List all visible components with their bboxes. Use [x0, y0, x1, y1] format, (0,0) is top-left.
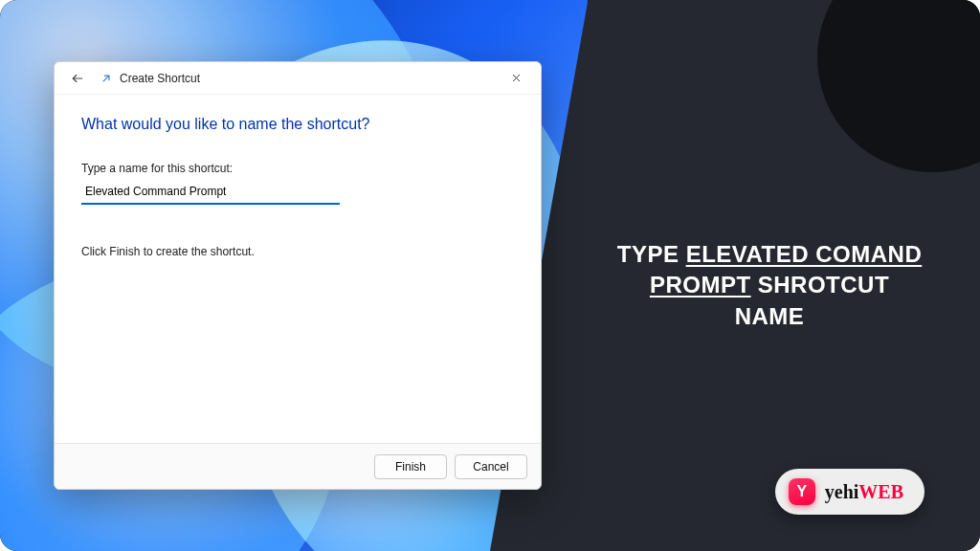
- stage: TYPE ELEVATED COMAND PROMPT SHROTCUT NAM…: [0, 0, 980, 551]
- shortcut-icon: [99, 71, 114, 86]
- back-button[interactable]: [66, 67, 89, 90]
- headline-underline: PROMPT: [650, 272, 751, 298]
- dialog-instruction: What would you like to name the shortcut…: [81, 116, 514, 133]
- name-field-label: Type a name for this shortcut:: [81, 162, 514, 175]
- dialog-titlebar: Create Shortcut: [55, 62, 541, 95]
- brand-logo-icon: Y: [789, 478, 815, 505]
- brand-name-b: WEB: [858, 481, 903, 502]
- headline-part: NAME: [597, 301, 942, 332]
- arrow-left-icon: [71, 72, 84, 85]
- brand-name-a: yehi: [825, 481, 859, 502]
- headline-underline: ELEVATED COMAND: [686, 241, 923, 267]
- dialog-title: Create Shortcut: [120, 72, 200, 85]
- headline-part: TYPE: [617, 241, 686, 267]
- dialog-body: What would you like to name the shortcut…: [55, 95, 541, 443]
- brand-badge-pill: Y yehiWEB: [775, 469, 924, 515]
- headline-text: TYPE ELEVATED COMAND PROMPT SHROTCUT NAM…: [597, 239, 942, 332]
- close-icon: [511, 73, 522, 83]
- dialog-hint: Click Finish to create the shortcut.: [81, 245, 514, 258]
- headline-part: SHROTCUT: [751, 272, 890, 298]
- close-button[interactable]: [499, 67, 533, 90]
- shortcut-name-input[interactable]: [81, 181, 340, 205]
- cancel-button[interactable]: Cancel: [455, 454, 527, 479]
- dialog-footer: Finish Cancel: [55, 443, 541, 489]
- decorative-circle: [817, 0, 980, 172]
- create-shortcut-dialog: Create Shortcut What would you like to n…: [54, 61, 542, 490]
- brand-name: yehiWEB: [825, 481, 903, 503]
- finish-button[interactable]: Finish: [374, 454, 447, 479]
